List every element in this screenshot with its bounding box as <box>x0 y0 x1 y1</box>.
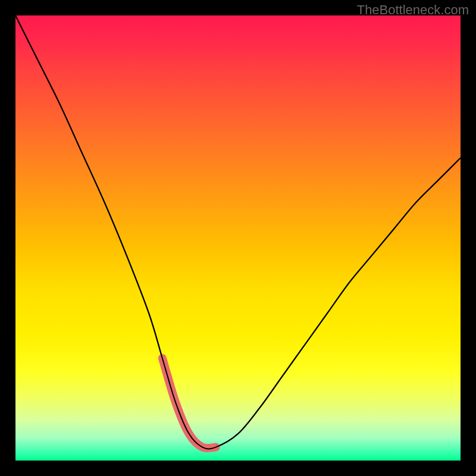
bottleneck-curve-overlay <box>15 15 461 449</box>
watermark-text: TheBottleneck.com <box>357 2 469 18</box>
plot-area <box>15 15 461 461</box>
chart-svg <box>15 15 461 461</box>
bottleneck-curve <box>15 15 461 449</box>
